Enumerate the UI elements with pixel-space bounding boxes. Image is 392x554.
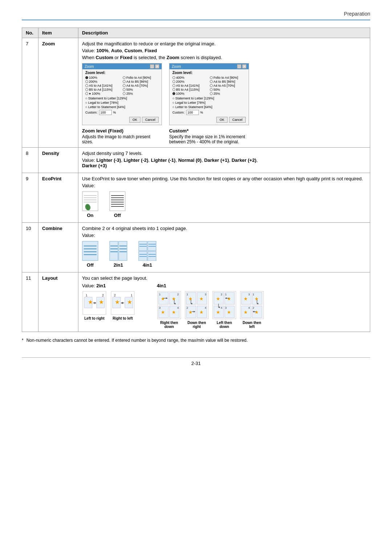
combine-off-wrap: Off: [82, 241, 98, 268]
combine-off-icon: [82, 241, 98, 261]
page-number: 2-31: [191, 361, 201, 366]
zoom-cancel-btn-2[interactable]: Cancel: [229, 117, 246, 123]
zoom-opt-100b[interactable]: ● 100%: [85, 92, 121, 95]
zoom-opt-100[interactable]: 100%: [85, 76, 121, 79]
svg-text:★: ★: [254, 296, 259, 301]
combine-2in1-icon: [109, 241, 127, 261]
layout-left-down-diagram: 2 ★ 1 ★ 4 ★: [212, 291, 237, 329]
zoom-dialog-2-minimize[interactable]: _: [237, 64, 241, 69]
zoom-caption-custom: Custom* Specify the image size in 1% inc…: [169, 128, 249, 144]
zoom-opt2-25[interactable]: 25%: [210, 92, 246, 95]
zoom-custom-2: Custom: %: [172, 110, 246, 115]
layout-2in1-section: Value: 2in1 1: [82, 283, 135, 320]
row-no-10: 10: [22, 223, 38, 272]
svg-text:★: ★: [227, 296, 231, 301]
layout-right-down-svg: 1 ★ 2 ★ 3 ★: [157, 291, 181, 320]
header-title: Preparation: [344, 11, 370, 17]
zoom-custom-desc: Specify the image size in 1% increment b…: [169, 134, 249, 144]
svg-text:2: 2: [102, 294, 104, 297]
zoom-opt2-a4-a5[interactable]: A4 to A5 [70%]: [210, 84, 246, 87]
layout-value-4in1: 4in1: [157, 283, 264, 288]
svg-text:★: ★: [199, 296, 204, 301]
zoom-opt2-50[interactable]: 50%: [210, 88, 246, 91]
row-no-11: 11: [22, 272, 38, 332]
combine-2in1-wrap: 2in1: [109, 241, 127, 268]
combine-4in1-label: 4in1: [143, 262, 152, 268]
zoom-legal-letter-1: ○ Legal to Letter [78%]: [85, 101, 159, 104]
zoom-value-line: Value: 100%, Auto, Custom, Fixed: [82, 48, 366, 53]
row-item-zoom: Zoom: [38, 38, 78, 148]
svg-text:4: 4: [205, 306, 207, 309]
zoom-opt-a4-a5[interactable]: A4 to A5 [70%]: [123, 84, 159, 87]
zoom-letter-stmt-2: ○ Letter to Statement [64%]: [172, 105, 246, 109]
zoom-custom-1: Custom: %: [85, 110, 159, 115]
svg-text:★: ★: [188, 296, 193, 301]
zoom-custom-input-2[interactable]: [186, 110, 199, 115]
svg-text:3: 3: [248, 293, 250, 296]
zoom-custom-input-1[interactable]: [99, 110, 112, 115]
row-item-density: Density: [38, 148, 78, 173]
ecoprint-on-icon: [82, 191, 98, 211]
zoom-opt-25[interactable]: 25%: [123, 92, 159, 95]
svg-text:★: ★: [244, 296, 248, 301]
footnote: * Non-numeric characters cannot be enter…: [22, 338, 370, 343]
combine-icons: Off: [82, 241, 366, 268]
layout-down-left-label: Down then left: [240, 321, 264, 329]
zoom-custom-title: Custom*: [169, 128, 249, 134]
layout-down-right-svg: 1 ★ 3 ★ 2 ★: [184, 291, 209, 320]
ecoprint-off-icon: [109, 191, 126, 211]
layout-ltr-svg: 1 ★ 2 ★: [82, 291, 107, 315]
zoom-cancel-btn-1[interactable]: Cancel: [142, 117, 159, 123]
ecoprint-intro: Use EcoPrint to save toner when printing…: [82, 176, 366, 181]
svg-text:4: 4: [248, 306, 250, 309]
zoom-when-line: When Custom or Fixed is selected, the Zo…: [82, 55, 366, 60]
zoom-opt-b5-a4[interactable]: B5 to A4 [115%]: [85, 88, 121, 91]
zoom-opt2-100-selected[interactable]: 100%: [172, 92, 208, 95]
svg-text:★: ★: [244, 309, 248, 315]
svg-text:2: 2: [221, 293, 222, 296]
svg-text:3: 3: [159, 306, 161, 309]
svg-text:2: 2: [253, 306, 254, 309]
zoom-opt-folio-a4[interactable]: Folio to A4 [90%]: [123, 76, 159, 79]
row-no-9: 9: [22, 173, 38, 223]
zoom-dialog-1-close[interactable]: ✕: [155, 64, 159, 69]
svg-text:2: 2: [187, 306, 188, 309]
svg-text:★: ★: [127, 299, 132, 305]
zoom-opt-a4-b5[interactable]: A4 to B5 [86%]: [123, 80, 159, 83]
zoom-opt2-a5-a4[interactable]: A5 to A4 [141%]: [172, 84, 208, 87]
zoom-opt-a5-a4[interactable]: A5 to A4 [141%]: [85, 84, 121, 87]
zoom-opt2-400[interactable]: 400%: [172, 76, 208, 79]
zoom-legal-letter-2: ○ Legal to Letter [78%]: [172, 101, 246, 104]
zoom-opt2-a4-b5[interactable]: A4 to B5 [86%]: [210, 80, 246, 83]
zoom-opt2-b5-a4[interactable]: B5 to A4 [115%]: [172, 88, 208, 91]
layout-right-down-label: Right thendown: [157, 321, 181, 329]
zoom-caption-fixed: Zoom level (Fixed) Adjusts the image to …: [82, 128, 162, 144]
svg-rect-36: [148, 251, 156, 261]
row-no-7: 7: [22, 38, 38, 148]
zoom-opt-50[interactable]: 50%: [123, 88, 159, 91]
layout-values-row: Value: 2in1 1: [82, 283, 366, 329]
svg-text:★: ★: [99, 299, 104, 305]
row-item-layout: Layout: [38, 272, 78, 332]
layout-2in1-diagrams: 1 ★ 2 ★: [82, 291, 135, 320]
zoom-btn-row-2: OK Cancel: [172, 117, 246, 123]
page: Preparation No. Item Description 7 Zoom …: [0, 0, 392, 554]
zoom-ok-btn-2[interactable]: OK: [216, 117, 228, 123]
zoom-dialog-1-minimize[interactable]: _: [150, 64, 154, 69]
zoom-dialog-2: Zoom _ ✕ Zoom level: 400%: [169, 63, 249, 125]
layout-ltr-diagram: 1 ★ 2 ★: [82, 291, 107, 320]
col-header-item: Item: [38, 28, 78, 38]
table-row: 8 Density Adjust density using 7 levels.…: [22, 148, 370, 173]
svg-text:2: 2: [114, 294, 116, 297]
zoom-level-label-2: Zoom level:: [172, 71, 246, 75]
layout-section: Value: 2in1 1: [82, 283, 366, 329]
zoom-fixed-desc: Adjusts the image to match present sizes…: [82, 134, 162, 144]
combine-2in1-label: 2in1: [114, 262, 123, 268]
svg-text:1: 1: [86, 294, 87, 297]
zoom-opt-200[interactable]: 200%: [85, 80, 121, 83]
svg-rect-19: [110, 241, 118, 260]
zoom-dialog-2-close[interactable]: ✕: [242, 64, 246, 69]
zoom-ok-btn-1[interactable]: OK: [129, 117, 140, 123]
zoom-opt2-200[interactable]: 200%: [172, 80, 208, 83]
zoom-opt2-folio[interactable]: Folio to A4 [90%]: [210, 76, 246, 79]
